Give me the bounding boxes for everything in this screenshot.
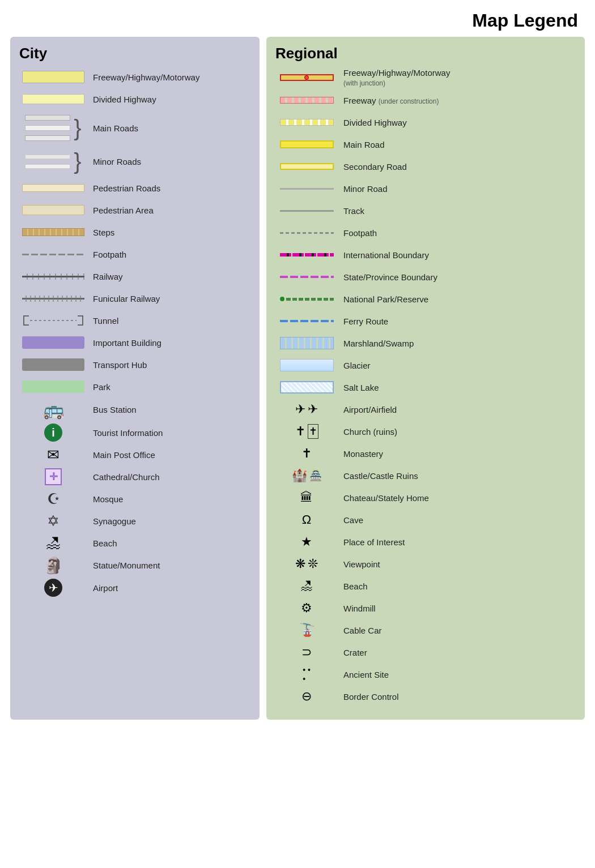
reg-marshland-label: Marshland/Swamp (338, 339, 576, 348)
list-item: Main Road (275, 135, 576, 153)
reg-chateau-label: Chateau/Stately Home (338, 493, 576, 503)
reg-ferry-symbol (275, 320, 338, 322)
reg-cable-car-label: Cable Car (338, 626, 576, 635)
list-item: Divided Highway (275, 113, 576, 131)
tunnel-symbol (19, 315, 87, 326)
reg-glacier-label: Glacier (338, 361, 576, 370)
reg-intl-boundary-label: International Boundary (338, 250, 576, 260)
reg-windmill-icon: ⚙ (275, 601, 338, 615)
list-item: Park (19, 378, 250, 396)
list-item: Freeway/Highway/Motorway (19, 68, 250, 86)
reg-glacier-symbol (275, 359, 338, 371)
reg-state-boundary-symbol (275, 276, 338, 278)
list-item: ⚙ Windmill (275, 599, 576, 617)
reg-beach-label: Beach (338, 581, 576, 591)
tourist-info-icon: i (19, 424, 87, 442)
reg-castle-label: Castle/Castle Ruins (338, 471, 576, 481)
transport-hub-label: Transport Hub (87, 360, 250, 370)
reg-secondary-symbol (275, 163, 338, 170)
reg-minor-label: Minor Road (338, 184, 576, 194)
freeway-label: Freeway/Highway/Motorway (87, 72, 250, 82)
synagogue-icon: ✡ (19, 512, 87, 530)
list-item: Railway (19, 267, 250, 285)
main-post-label: Main Post Office (87, 450, 250, 460)
tourist-info-label: Tourist Information (87, 428, 250, 438)
list-item: ⊃ Crater (275, 643, 576, 661)
reg-viewpoint-icon: ❋❊ (275, 557, 338, 571)
reg-freeway-label: Freeway/Highway/Motorway (with junction) (338, 68, 576, 87)
list-item: National Park/Reserve (275, 290, 576, 308)
list-item: Freeway (under construction) (275, 91, 576, 109)
reg-state-boundary-label: State/Province Boundary (338, 272, 576, 282)
reg-marshland-symbol (275, 337, 338, 349)
reg-ferry-label: Ferry Route (338, 317, 576, 326)
transport-hub-symbol (19, 358, 87, 371)
list-item: ☪ Mosque (19, 490, 250, 508)
park-label: Park (87, 382, 250, 392)
reg-divided-label: Divided Highway (338, 118, 576, 127)
main-roads-symbol: } (19, 115, 87, 141)
reg-main-road-label: Main Road (338, 140, 576, 149)
funicular-label: Funicular Railway (87, 294, 250, 303)
list-item: 🚌 Bus Station (19, 400, 250, 420)
reg-monastery-label: Monastery (338, 449, 576, 459)
beach-city-label: Beach (87, 538, 250, 548)
list-item: Pedestrian Area (19, 201, 250, 219)
list-item: Minor Road (275, 179, 576, 198)
reg-ancient-label: Ancient Site (338, 670, 576, 679)
list-item: • •• Ancient Site (275, 665, 576, 683)
airport-city-icon: ✈ (19, 579, 87, 597)
minor-roads-symbol: } (19, 150, 87, 173)
regional-section: Regional Freeway/Highway/Motorway (with … (266, 37, 585, 720)
reg-freeway-con-symbol (275, 97, 338, 104)
important-building-label: Important Building (87, 338, 250, 348)
pedestrian-roads-label: Pedestrian Roads (87, 183, 250, 193)
reg-church-label: Church (ruins) (338, 427, 576, 437)
list-item: Freeway/Highway/Motorway (with junction) (275, 68, 576, 87)
list-item: i Tourist Information (19, 424, 250, 442)
reg-place-label: Place of Interest (338, 537, 576, 547)
reg-beach-icon: 🏖 (275, 579, 338, 593)
pedestrian-area-symbol (19, 205, 87, 215)
reg-secondary-label: Secondary Road (338, 162, 576, 172)
reg-border-icon: ⊖ (275, 689, 338, 704)
reg-viewpoint-label: Viewpoint (338, 559, 576, 569)
reg-church-icon: ✝✝ (275, 424, 338, 439)
reg-freeway-con-label: Freeway (under construction) (338, 96, 576, 105)
list-item: ✝ Monastery (275, 444, 576, 463)
reg-track-symbol (275, 210, 338, 212)
list-item: } Minor Roads (19, 148, 250, 175)
reg-chateau-icon: 🏛 (275, 490, 338, 505)
steps-symbol (19, 228, 87, 236)
freeway-symbol (19, 71, 87, 83)
park-symbol (19, 380, 87, 393)
list-item: } Main Roads (19, 112, 250, 144)
steps-label: Steps (87, 228, 250, 237)
bus-station-icon: 🚌 (19, 400, 87, 420)
list-item: 🏰🏯 Castle/Castle Ruins (275, 467, 576, 485)
page-title: Map Legend (0, 0, 595, 37)
list-item: State/Province Boundary (275, 268, 576, 286)
list-item: ❋❊ Viewpoint (275, 555, 576, 573)
reg-airport-icon: ✈✈ (275, 402, 338, 417)
main-post-icon: ✉ (19, 446, 87, 464)
reg-freeway-symbol (275, 72, 338, 83)
cathedral-label: Cathedral/Church (87, 472, 250, 482)
reg-monastery-icon: ✝ (275, 446, 338, 461)
city-section: City Freeway/Highway/Motorway Divided Hi… (10, 37, 260, 720)
reg-airport-label: Airport/Airfield (338, 405, 576, 414)
list-item: ⊖ Border Control (275, 687, 576, 705)
list-item: Salt Lake (275, 378, 576, 396)
footpath-label: Footpath (87, 250, 250, 259)
list-item: 🏖 Beach (275, 577, 576, 595)
list-item: Glacier (275, 356, 576, 374)
list-item: Secondary Road (275, 157, 576, 176)
reg-cable-car-icon: 🚡 (275, 623, 338, 638)
list-item: Pedestrian Roads (19, 179, 250, 197)
bus-station-label: Bus Station (87, 405, 250, 414)
reg-track-label: Track (338, 206, 576, 216)
mosque-icon: ☪ (19, 490, 87, 508)
mosque-label: Mosque (87, 494, 250, 504)
list-item: Track (275, 202, 576, 220)
list-item: International Boundary (275, 246, 576, 264)
